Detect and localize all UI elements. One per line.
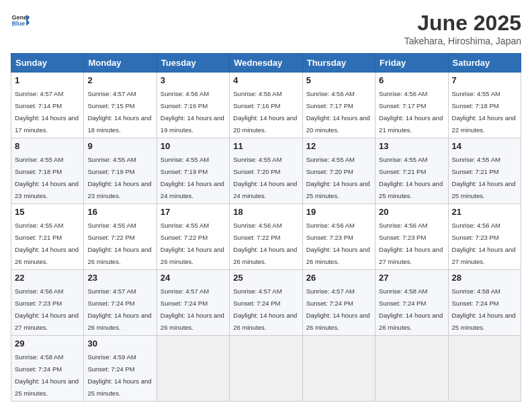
- calendar-cell-empty: [157, 336, 229, 402]
- calendar-cell-17: 17Sunrise: 4:55 AMSunset: 7:22 PMDayligh…: [157, 204, 229, 270]
- calendar-cell-30: 30Sunrise: 4:59 AMSunset: 7:24 PMDayligh…: [84, 336, 157, 402]
- calendar-cell-20: 20Sunrise: 4:56 AMSunset: 7:23 PMDayligh…: [375, 204, 448, 270]
- page-subtitle: Takehara, Hiroshima, Japan: [404, 36, 521, 46]
- calendar-cell-2: 2Sunrise: 4:57 AMSunset: 7:15 PMDaylight…: [84, 73, 157, 138]
- calendar-cell-28: 28Sunrise: 4:58 AMSunset: 7:24 PMDayligh…: [448, 270, 521, 336]
- calendar-cell-7: 7Sunrise: 4:55 AMSunset: 7:18 PMDaylight…: [448, 73, 521, 138]
- col-friday: Friday: [375, 54, 448, 73]
- calendar-cell-14: 14Sunrise: 4:55 AMSunset: 7:21 PMDayligh…: [448, 138, 521, 204]
- col-saturday: Saturday: [448, 54, 521, 73]
- calendar-cell-10: 10Sunrise: 4:55 AMSunset: 7:19 PMDayligh…: [157, 138, 229, 204]
- calendar-cell-empty: [302, 336, 375, 402]
- calendar-cell-5: 5Sunrise: 4:56 AMSunset: 7:17 PMDaylight…: [302, 73, 375, 138]
- calendar-cell-19: 19Sunrise: 4:56 AMSunset: 7:23 PMDayligh…: [302, 204, 375, 270]
- calendar-cell-13: 13Sunrise: 4:55 AMSunset: 7:21 PMDayligh…: [375, 138, 448, 204]
- calendar-cell-3: 3Sunrise: 4:56 AMSunset: 7:16 PMDaylight…: [157, 73, 229, 138]
- col-sunday: Sunday: [11, 54, 84, 73]
- calendar-cell-1: 1Sunrise: 4:57 AMSunset: 7:14 PMDaylight…: [11, 73, 84, 138]
- calendar-cell-24: 24Sunrise: 4:57 AMSunset: 7:24 PMDayligh…: [157, 270, 229, 336]
- col-thursday: Thursday: [302, 54, 375, 73]
- calendar-cell-29: 29Sunrise: 4:58 AMSunset: 7:24 PMDayligh…: [11, 336, 84, 402]
- calendar-cell-empty: [375, 336, 448, 402]
- calendar-cell-26: 26Sunrise: 4:57 AMSunset: 7:24 PMDayligh…: [302, 270, 375, 336]
- col-monday: Monday: [84, 54, 157, 73]
- calendar-cell-12: 12Sunrise: 4:55 AMSunset: 7:20 PMDayligh…: [302, 138, 375, 204]
- calendar-cell-4: 4Sunrise: 4:56 AMSunset: 7:16 PMDaylight…: [230, 73, 302, 138]
- calendar-cell-18: 18Sunrise: 4:56 AMSunset: 7:22 PMDayligh…: [230, 204, 302, 270]
- col-wednesday: Wednesday: [230, 54, 302, 73]
- logo: General Blue: [11, 11, 30, 30]
- calendar-cell-6: 6Sunrise: 4:56 AMSunset: 7:17 PMDaylight…: [375, 73, 448, 138]
- calendar-cell-25: 25Sunrise: 4:57 AMSunset: 7:24 PMDayligh…: [230, 270, 302, 336]
- calendar-cell-9: 9Sunrise: 4:55 AMSunset: 7:19 PMDaylight…: [84, 138, 157, 204]
- logo-icon: General Blue: [11, 11, 30, 30]
- page-header: General Blue June 2025 Takehara, Hiroshi…: [11, 11, 521, 46]
- title-block: June 2025 Takehara, Hiroshima, Japan: [404, 11, 521, 46]
- calendar-header-row: Sunday Monday Tuesday Wednesday Thursday…: [11, 54, 521, 73]
- calendar-cell-27: 27Sunrise: 4:58 AMSunset: 7:24 PMDayligh…: [375, 270, 448, 336]
- calendar-table: Sunday Monday Tuesday Wednesday Thursday…: [11, 53, 521, 402]
- calendar-cell-8: 8Sunrise: 4:55 AMSunset: 7:18 PMDaylight…: [11, 138, 84, 204]
- col-tuesday: Tuesday: [157, 54, 229, 73]
- calendar-cell-11: 11Sunrise: 4:55 AMSunset: 7:20 PMDayligh…: [230, 138, 302, 204]
- calendar-cell-empty: [230, 336, 302, 402]
- calendar-cell-empty: [448, 336, 521, 402]
- calendar-cell-23: 23Sunrise: 4:57 AMSunset: 7:24 PMDayligh…: [84, 270, 157, 336]
- calendar-cell-22: 22Sunrise: 4:56 AMSunset: 7:23 PMDayligh…: [11, 270, 84, 336]
- page-title: June 2025: [404, 11, 521, 36]
- calendar-cell-15: 15Sunrise: 4:55 AMSunset: 7:21 PMDayligh…: [11, 204, 84, 270]
- svg-text:Blue: Blue: [11, 20, 25, 27]
- calendar-cell-21: 21Sunrise: 4:56 AMSunset: 7:23 PMDayligh…: [448, 204, 521, 270]
- calendar-cell-16: 16Sunrise: 4:55 AMSunset: 7:22 PMDayligh…: [84, 204, 157, 270]
